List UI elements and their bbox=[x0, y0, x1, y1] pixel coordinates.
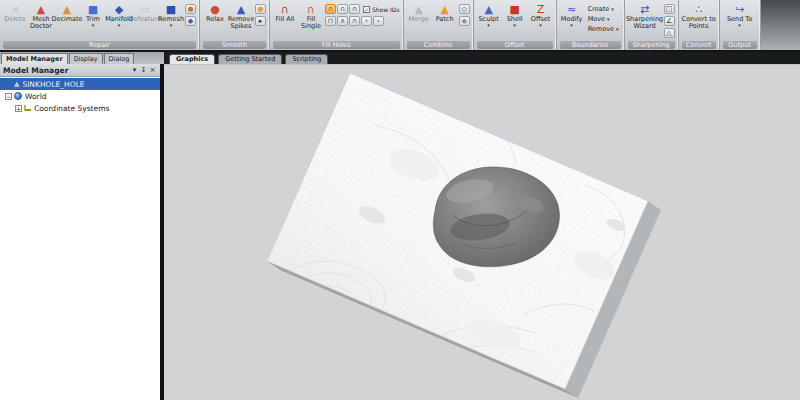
previous-hole-button[interactable]: ‹ bbox=[361, 16, 372, 26]
partial-fill-button[interactable]: ∧ bbox=[337, 16, 348, 26]
group-label-smooth: Smooth bbox=[203, 41, 266, 49]
relax-button[interactable]: ●Relax bbox=[202, 1, 228, 23]
3d-scene[interactable] bbox=[164, 65, 800, 400]
quick-smooth-icon: ▸ bbox=[259, 18, 263, 25]
sharpen-edge-button[interactable]: △ bbox=[664, 28, 675, 38]
mesh-doctor-button[interactable]: ▲Mesh Doctor bbox=[28, 1, 54, 31]
stitch-button[interactable]: ◆ bbox=[459, 16, 470, 26]
sandpaper-icon: ● bbox=[257, 6, 263, 13]
bridge-icon: ⊓ bbox=[328, 18, 333, 25]
graphics-viewport[interactable] bbox=[164, 64, 800, 400]
pin-icon[interactable]: ↧ bbox=[139, 66, 148, 74]
sculpt-button[interactable]: ▲Sculpt▾ bbox=[476, 1, 502, 28]
combine-option-button[interactable]: ◇ bbox=[459, 4, 470, 14]
collapse-icon[interactable]: − bbox=[5, 93, 12, 100]
group-label-fill-holes: Fill Holes bbox=[273, 41, 400, 49]
chevron-down-icon: ▾ bbox=[616, 26, 619, 32]
remove-spikes-button[interactable]: ▲Remove Spikes bbox=[228, 1, 254, 31]
chevron-down-icon: ▾ bbox=[170, 23, 173, 28]
hole-mode-button[interactable]: ∩ bbox=[349, 16, 360, 26]
group-label-combine: Combine bbox=[407, 41, 470, 49]
tab-graphics[interactable]: Graphics bbox=[169, 54, 215, 64]
sinkhole-blob[interactable] bbox=[433, 167, 559, 267]
close-icon[interactable]: × bbox=[148, 66, 157, 74]
axes-icon bbox=[24, 105, 31, 111]
tab-scripting[interactable]: Scripting bbox=[285, 54, 328, 64]
remove-menu-item[interactable]: Remove▾ bbox=[585, 24, 622, 34]
tab-dialog[interactable]: Dialog bbox=[104, 53, 135, 64]
ribbon-group-fill-holes: ∩Fill All∩Fill Single∩∩∩✓Show IDs⊓∧∩‹›Fi… bbox=[270, 0, 404, 50]
tab-strip: Model ManagerDisplayDialog GraphicsGetti… bbox=[0, 52, 800, 64]
ribbon-empty-area bbox=[761, 0, 800, 50]
patch-button[interactable]: ▲Patch bbox=[432, 1, 458, 23]
expand-icon[interactable]: + bbox=[15, 105, 22, 112]
more-repair-button[interactable]: ◆ bbox=[185, 16, 196, 26]
tree-item-world[interactable]: −World bbox=[0, 90, 160, 102]
tab-display[interactable]: Display bbox=[69, 53, 103, 64]
create-menu-item[interactable]: Create▾ bbox=[585, 4, 622, 14]
chevron-down-icon: ▾ bbox=[539, 23, 542, 28]
tree-item-sinkhole-hole[interactable]: ▲SINKHOLE_HOLE bbox=[0, 78, 160, 90]
previous-hole-icon: ‹ bbox=[365, 18, 368, 25]
next-hole-button[interactable]: › bbox=[373, 16, 384, 26]
fill-tangent-button[interactable]: ∩ bbox=[337, 4, 348, 14]
next-hole-icon: › bbox=[377, 18, 380, 25]
offset-button[interactable]: ZOffset▾ bbox=[528, 1, 554, 28]
fill-curvature-icon: ∩ bbox=[328, 6, 333, 13]
defeature-button[interactable]: ▱Defeature bbox=[132, 1, 158, 23]
delete-button[interactable]: ×Delete bbox=[2, 1, 28, 23]
stitch-icon: ◆ bbox=[461, 18, 466, 25]
shell-button[interactable]: ■Shell▾ bbox=[502, 1, 528, 28]
chevron-down-icon: ▾ bbox=[118, 23, 121, 28]
sharpen-edge-icon: △ bbox=[666, 30, 671, 37]
ribbon-group-sharpening: ⇄Sharpening Wizard□∠△Sharpening bbox=[625, 0, 679, 50]
fill-curvature-button[interactable]: ∩ bbox=[325, 4, 336, 14]
sphere-stack-button[interactable]: ● bbox=[185, 4, 196, 14]
tree-item-coordinate-systems[interactable]: +Coordinate Systems bbox=[0, 102, 160, 114]
tab-model-manager[interactable]: Model Manager bbox=[1, 53, 68, 64]
ribbon-group-output: ↪Send To▾Output bbox=[720, 0, 761, 50]
move-menu-item[interactable]: Move▾ bbox=[585, 14, 622, 24]
chevron-down-icon: ▾ bbox=[611, 6, 614, 12]
chevron-down-icon: ▾ bbox=[487, 23, 490, 28]
model-tree: ▲SINKHOLE_HOLE−World+Coordinate Systems bbox=[0, 77, 160, 400]
ruler-button[interactable]: □ bbox=[664, 4, 675, 14]
chevron-down-icon: ▾ bbox=[607, 16, 610, 22]
panel-header: Model Manager ▾ ↧ × bbox=[0, 64, 160, 77]
model-manager-panel: Model Manager ▾ ↧ × ▲SINKHOLE_HOLE−World… bbox=[0, 64, 160, 400]
bridge-button[interactable]: ⊓ bbox=[325, 16, 336, 26]
ribbon-group-combine: ▲Merge▲Patch◇◆Combine bbox=[404, 0, 474, 50]
send-to-button[interactable]: ↪Send To▾ bbox=[722, 1, 758, 28]
merge-button[interactable]: ▲Merge bbox=[406, 1, 432, 23]
ribbon-toolbar: ×Delete▲Mesh Doctor▲Decimate■Trim▾◆Manif… bbox=[0, 0, 800, 50]
decimate-button[interactable]: ▲Decimate bbox=[54, 1, 80, 23]
hole-mode-icon: ∩ bbox=[352, 18, 357, 25]
fill-single-button[interactable]: ∩Fill Single bbox=[298, 1, 324, 31]
trim-button[interactable]: ■Trim▾ bbox=[80, 1, 106, 28]
group-label-boundaries: Boundaries bbox=[560, 41, 621, 49]
tab-getting-started[interactable]: Getting Started bbox=[218, 54, 282, 64]
sandpaper-button[interactable]: ● bbox=[255, 4, 266, 14]
partial-fill-icon: ∧ bbox=[340, 18, 345, 25]
fill-flat-button[interactable]: ∩ bbox=[349, 4, 360, 14]
remesh-button[interactable]: ■Remesh▾ bbox=[158, 1, 184, 28]
show-ids-checkbox[interactable]: ✓Show IDs bbox=[363, 6, 400, 13]
chevron-down-icon[interactable]: ▾ bbox=[130, 66, 139, 74]
application-window: ×Delete▲Mesh Doctor▲Decimate■Trim▾◆Manif… bbox=[0, 0, 800, 400]
group-label-output: Output bbox=[723, 41, 757, 49]
ribbon-group-offset: ▲Sculpt▾■Shell▾ZOffset▾Offset bbox=[474, 0, 557, 50]
panel-title: Model Manager bbox=[3, 66, 130, 75]
modify-button[interactable]: ≈Modify▾ bbox=[559, 1, 585, 28]
protractor-icon: ∠ bbox=[666, 18, 672, 25]
fill-flat-icon: ∩ bbox=[352, 6, 357, 13]
sharpening-wizard-button[interactable]: ⇄Sharpening Wizard bbox=[627, 1, 663, 31]
group-label-offset: Offset bbox=[477, 41, 553, 49]
ribbon-groups: ×Delete▲Mesh Doctor▲Decimate■Trim▾◆Manif… bbox=[0, 0, 761, 50]
chevron-down-icon: ▾ bbox=[570, 23, 573, 28]
protractor-button[interactable]: ∠ bbox=[664, 16, 675, 26]
fill-all-button[interactable]: ∩Fill All bbox=[272, 1, 298, 23]
quick-smooth-button[interactable]: ▸ bbox=[255, 16, 266, 26]
convert-to-points-button[interactable]: ∴Convert to Points bbox=[681, 1, 717, 31]
group-label-repair: Repair bbox=[3, 41, 196, 49]
ribbon-group-repair: ×Delete▲Mesh Doctor▲Decimate■Trim▾◆Manif… bbox=[0, 0, 200, 50]
